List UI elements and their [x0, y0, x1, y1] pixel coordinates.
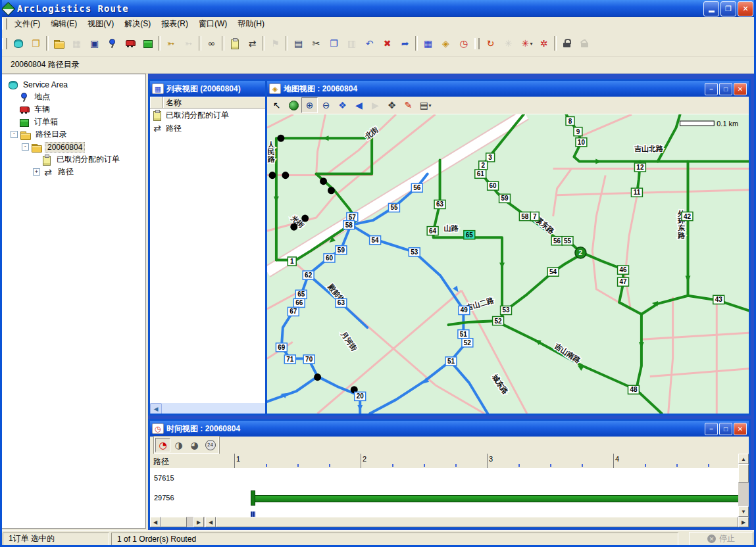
hscroll-thumb[interactable]	[216, 517, 738, 527]
map-maximize-button[interactable]: □	[719, 83, 732, 95]
paste-special-button[interactable]: ➦	[396, 35, 414, 52]
map-stop-marker[interactable]: 2	[479, 161, 488, 170]
find-button[interactable]: ∞	[203, 35, 220, 52]
undo-button[interactable]: ↶	[361, 35, 378, 52]
map-stop-marker[interactable]: 11	[631, 188, 642, 197]
unassigned-order-dot[interactable]	[314, 373, 321, 381]
map-stop-marker[interactable]: 63	[434, 200, 445, 208]
delete-button[interactable]: ✖	[378, 35, 396, 52]
lock-button[interactable]	[558, 35, 576, 52]
map-stop-marker[interactable]: 62	[303, 271, 314, 279]
map-stop-marker[interactable]: 20	[355, 392, 366, 400]
tree-item-[interactable]: -路径目录	[2, 128, 145, 141]
full-extent-button[interactable]	[285, 97, 301, 113]
timeline-scrollbar[interactable]: ◀ ▶	[205, 517, 749, 527]
list-item[interactable]: ⇄路径	[150, 122, 266, 135]
build-routes-button[interactable]: ↻	[482, 35, 499, 52]
quarter-day-view-button[interactable]: ◔	[155, 438, 170, 452]
map-minimize-button[interactable]: –	[705, 83, 718, 95]
map-stop-marker[interactable]: 54	[547, 268, 559, 276]
new-folder-button[interactable]	[50, 35, 68, 52]
unassigned-order-dot[interactable]	[301, 215, 309, 222]
pan-button[interactable]: ✥	[384, 97, 400, 113]
menu-item-1[interactable]: 文件(F)	[9, 17, 45, 31]
zoom-in-button[interactable]: ⊕	[301, 97, 318, 113]
collapse-icon[interactable]: -	[22, 143, 29, 151]
tree-item-20060804[interactable]: -20060804	[2, 141, 145, 153]
map-stop-marker[interactable]: 67	[288, 307, 299, 316]
expand-icon[interactable]: +	[33, 168, 40, 176]
menu-item-4[interactable]: 解决(S)	[119, 17, 156, 31]
zoom-selection-button[interactable]: ❖	[334, 97, 351, 113]
map-stop-marker[interactable]: 52	[493, 317, 504, 325]
save-button[interactable]: ▣	[86, 35, 103, 52]
toolbar-grip[interactable]	[2, 38, 7, 49]
selected-order-marker[interactable]	[251, 511, 255, 517]
select-button[interactable]: ↖	[268, 97, 285, 113]
unassign-orders-button[interactable]: ✲	[535, 35, 553, 52]
back-extent-button[interactable]: ◀	[351, 97, 367, 113]
menu-item-5[interactable]: 报表(R)	[156, 17, 193, 31]
minimize-button[interactable]	[703, 1, 719, 16]
map-stop-marker[interactable]: 65	[464, 231, 475, 239]
route-column-scrollbar[interactable]: ◀ ▶	[150, 517, 204, 527]
map-stop-marker[interactable]: 47	[618, 277, 629, 286]
open-database-button[interactable]: ❐	[27, 35, 45, 52]
scroll-left-icon[interactable]: ◀	[150, 403, 162, 414]
vscroll-thumb[interactable]	[738, 464, 749, 483]
map-stop-marker[interactable]: 52	[462, 339, 473, 347]
map-stop-marker[interactable]: 7	[530, 212, 539, 220]
map-close-button[interactable]: ✕	[734, 83, 747, 95]
restore-button[interactable]: ❐	[720, 1, 736, 16]
collapse-icon[interactable]: -	[11, 131, 18, 138]
time-maximize-button[interactable]: □	[719, 423, 732, 435]
route-schedule-bar[interactable]	[251, 495, 738, 502]
scroll-up-icon[interactable]: ▲	[738, 454, 749, 464]
list-horizontal-scrollbar[interactable]: ◀	[150, 403, 266, 414]
map-stop-marker[interactable]: 61	[475, 170, 486, 178]
unassigned-order-dot[interactable]	[290, 224, 297, 231]
time-minimize-button[interactable]: –	[705, 423, 718, 435]
menu-item-6[interactable]: 窗口(W)	[193, 17, 232, 31]
draw-button[interactable]: ✎	[400, 97, 416, 113]
tree-item-[interactable]: 订单箱	[2, 116, 145, 128]
map-stop-marker[interactable]: 53	[409, 248, 420, 256]
map-stop-marker[interactable]: 55	[562, 237, 573, 245]
import-orders-button[interactable]: ➳	[162, 35, 180, 52]
toolbar-grip[interactable]	[474, 38, 480, 49]
map-stop-marker[interactable]: 56	[551, 237, 563, 245]
scroll-down-icon[interactable]: ▼	[738, 506, 749, 517]
tree-item-[interactable]: +⇄路径	[2, 166, 145, 178]
depot-marker[interactable]: 2	[575, 247, 586, 258]
zoom-out-button[interactable]: ⊖	[318, 97, 334, 113]
list-row-selector-header[interactable]	[150, 97, 163, 108]
time-close-button[interactable]: ✕	[734, 423, 747, 435]
scroll-left-icon[interactable]: ◀	[205, 517, 216, 527]
map-stop-marker[interactable]: 60	[488, 181, 499, 190]
map-stop-marker[interactable]: 64	[427, 227, 438, 235]
map-stop-marker[interactable]: 69	[276, 343, 287, 352]
time-vertical-scrollbar[interactable]: ▲ ▼	[738, 454, 749, 517]
close-button[interactable]: ✕	[738, 1, 753, 16]
map-stop-marker[interactable]: 49	[459, 306, 470, 314]
map-stop-marker[interactable]: 58	[343, 221, 355, 229]
menu-item-3[interactable]: 视图(V)	[82, 17, 119, 31]
map-stop-marker[interactable]: 10	[576, 138, 587, 147]
print-button[interactable]: ▤▾	[416, 97, 433, 113]
day-24h-view-button[interactable]: 24	[203, 438, 218, 452]
vehicles-button[interactable]	[121, 35, 139, 52]
map-stop-marker[interactable]: 48	[628, 385, 640, 394]
map-stop-marker[interactable]: 3	[486, 153, 495, 162]
map-stop-marker[interactable]: 60	[324, 254, 335, 262]
map-stop-marker[interactable]: 43	[713, 295, 724, 304]
reroute-button[interactable]: ✳▾	[517, 35, 535, 52]
map-stop-marker[interactable]: 59	[336, 246, 347, 254]
menu-grip[interactable]	[2, 18, 7, 30]
menu-item-2[interactable]: 编辑(E)	[45, 17, 82, 31]
map-stop-marker[interactable]: 51	[445, 357, 457, 366]
map-stop-marker[interactable]: 55	[388, 203, 399, 212]
map-stop-marker[interactable]: 66	[293, 298, 305, 307]
map-stop-marker[interactable]: 63	[336, 298, 347, 307]
map-image[interactable]: 北街人民路光街吉山北路外环东路智溪东路山路殿前街月河街吉山二路城东路吉山南路56…	[267, 114, 749, 414]
map-stop-marker[interactable]: 1	[288, 257, 296, 266]
